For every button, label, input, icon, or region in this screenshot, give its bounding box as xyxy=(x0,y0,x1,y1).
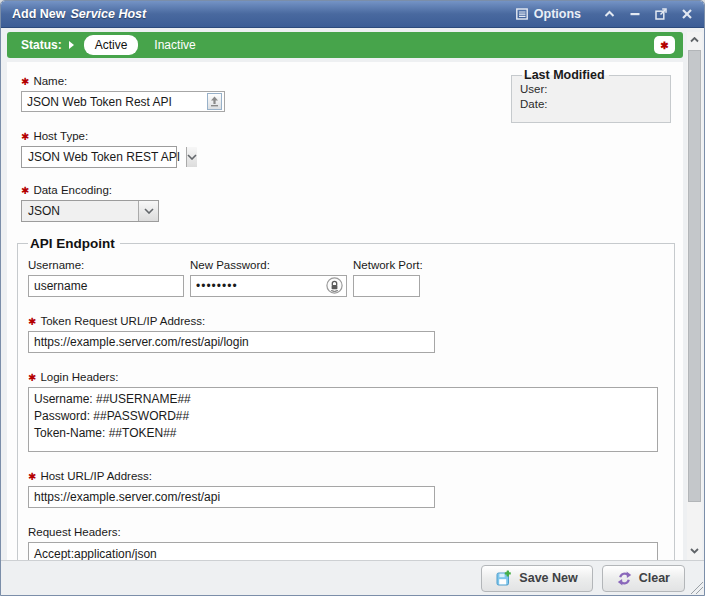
name-input-wrap xyxy=(21,91,225,112)
footer-bar: Save New Clear xyxy=(1,560,704,595)
login-headers-label: ✱Login Headers: xyxy=(28,371,664,383)
status-arrow-icon xyxy=(69,41,74,49)
dialog-title-emphasis: Service Host xyxy=(70,7,146,21)
clear-label: Clear xyxy=(639,571,670,585)
network-port-label: Network Port: xyxy=(353,259,420,271)
tab-inactive[interactable]: Inactive xyxy=(154,38,195,52)
network-port-field-group: Network Port: xyxy=(353,257,420,297)
last-modified-date-label: Date: xyxy=(520,98,662,110)
popout-icon[interactable] xyxy=(655,8,667,20)
dialog-title: Add NewService Host xyxy=(12,7,146,21)
data-encoding-label: ✱Data Encoding: xyxy=(21,184,679,196)
options-list-icon xyxy=(516,8,528,20)
required-asterisk: ✱ xyxy=(28,471,36,482)
close-icon[interactable] xyxy=(682,9,692,19)
request-headers-label: Request Headers: xyxy=(28,526,664,538)
collapse-chevron-icon[interactable] xyxy=(604,10,615,18)
data-encoding-select[interactable]: JSON xyxy=(21,200,159,222)
clear-button[interactable]: Clear xyxy=(602,565,685,592)
password-lock-icon[interactable] xyxy=(326,277,343,294)
options-label: Options xyxy=(534,7,581,21)
host-type-label-text: Host Type: xyxy=(33,130,88,142)
login-headers-label-text: Login Headers: xyxy=(40,371,118,383)
password-input-wrap xyxy=(190,275,347,297)
host-url-input[interactable] xyxy=(28,486,435,508)
refresh-icon xyxy=(617,571,632,586)
login-headers-textarea[interactable]: Username: ##USERNAME## Password: ##PASSW… xyxy=(28,387,658,452)
dialog-title-prefix: Add New xyxy=(12,7,65,21)
required-asterisk: ✱ xyxy=(21,185,29,196)
data-encoding-value: JSON xyxy=(22,201,138,221)
resize-handle[interactable] xyxy=(691,582,703,594)
last-modified-user-label: User: xyxy=(520,83,662,95)
required-asterisk: ✱ xyxy=(28,316,36,327)
save-new-button[interactable]: Save New xyxy=(481,565,592,592)
host-type-select[interactable]: JSON Web Token REST API xyxy=(21,146,177,168)
minimize-icon[interactable] xyxy=(630,9,640,19)
scroll-up-icon[interactable] xyxy=(687,32,702,48)
dialog-body: Status: Active Inactive ✱ Last Modified … xyxy=(1,28,704,560)
required-badge: ✱ xyxy=(654,36,675,54)
data-encoding-label-text: Data Encoding: xyxy=(33,184,112,196)
token-request-url-label: ✱Token Request URL/IP Address: xyxy=(28,315,664,327)
credentials-row: Username: New Password: xyxy=(28,257,664,297)
last-modified-group: Last Modified User: Date: xyxy=(511,68,671,123)
status-label: Status: xyxy=(21,38,62,52)
form-panel: Last Modified User: Date: ✱Name: xyxy=(7,62,683,560)
host-url-label: ✱Host URL/IP Address: xyxy=(28,470,664,482)
host-type-value: JSON Web Token REST API xyxy=(22,147,186,167)
username-label: Username: xyxy=(28,259,184,271)
scroll-down-icon[interactable] xyxy=(687,543,702,559)
name-label-text: Name: xyxy=(33,75,67,87)
required-asterisk: ✱ xyxy=(21,76,29,87)
titlebar-controls: Options xyxy=(516,7,692,21)
options-menu-button[interactable]: Options xyxy=(516,7,581,21)
chevron-down-icon xyxy=(186,147,197,167)
tab-active[interactable]: Active xyxy=(84,35,139,55)
host-url-label-text: Host URL/IP Address: xyxy=(40,470,152,482)
api-endpoint-group: API Endpoint Username: New Password: xyxy=(17,236,675,560)
required-asterisk: ✱ xyxy=(21,131,29,142)
content-column: Status: Active Inactive ✱ Last Modified … xyxy=(7,32,683,560)
required-asterisk: ✱ xyxy=(28,372,36,383)
new-password-input[interactable] xyxy=(190,275,347,297)
last-modified-title: Last Modified xyxy=(522,68,609,82)
name-input[interactable] xyxy=(21,91,225,112)
add-service-host-dialog: Add NewService Host Options xyxy=(0,0,705,596)
scrollbar-thumb[interactable] xyxy=(688,50,701,502)
status-bar: Status: Active Inactive ✱ xyxy=(7,32,683,58)
save-icon xyxy=(496,570,512,586)
network-port-input[interactable] xyxy=(353,275,420,297)
request-headers-textarea[interactable]: Accept:application/json Content-Type:app… xyxy=(28,542,658,560)
token-request-url-input[interactable] xyxy=(28,331,435,353)
vertical-scrollbar[interactable] xyxy=(687,32,702,560)
token-request-url-label-text: Token Request URL/IP Address: xyxy=(40,315,205,327)
titlebar: Add NewService Host Options xyxy=(1,1,704,28)
save-new-label: Save New xyxy=(519,571,577,585)
chevron-down-icon xyxy=(138,201,158,221)
username-field-group: Username: xyxy=(28,257,184,297)
password-field-group: New Password: xyxy=(190,257,347,297)
host-type-label: ✱Host Type: xyxy=(21,130,679,142)
api-endpoint-title: API Endpoint xyxy=(28,236,120,251)
new-password-label: New Password: xyxy=(190,259,347,271)
name-field-addon-icon[interactable] xyxy=(207,93,222,110)
username-input[interactable] xyxy=(28,275,184,297)
